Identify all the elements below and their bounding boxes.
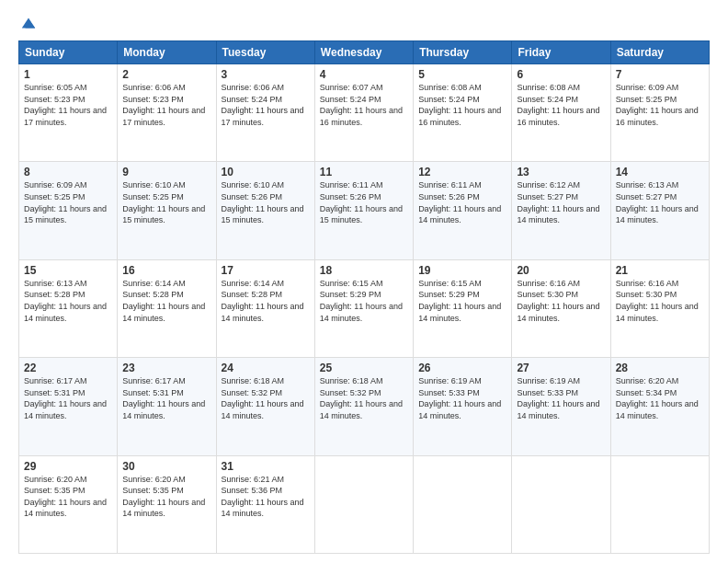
header	[18, 15, 710, 31]
day-number: 4	[320, 68, 408, 81]
day-detail: Sunrise: 6:06 AMSunset: 5:23 PMDaylight:…	[122, 83, 205, 127]
calendar-cell: 28 Sunrise: 6:20 AMSunset: 5:34 PMDaylig…	[610, 358, 709, 455]
calendar-week-row: 29 Sunrise: 6:20 AMSunset: 5:35 PMDaylig…	[19, 455, 710, 553]
calendar-cell: 24 Sunrise: 6:18 AMSunset: 5:32 PMDaylig…	[216, 358, 314, 455]
day-detail: Sunrise: 6:20 AMSunset: 5:35 PMDaylight:…	[122, 475, 205, 519]
day-detail: Sunrise: 6:08 AMSunset: 5:24 PMDaylight:…	[517, 83, 599, 127]
day-header: Sunday	[19, 41, 118, 64]
day-number: 24	[222, 362, 310, 374]
logo-icon	[20, 15, 37, 31]
calendar-cell: 23 Sunrise: 6:17 AMSunset: 5:31 PMDaylig…	[118, 358, 216, 455]
day-detail: Sunrise: 6:16 AMSunset: 5:30 PMDaylight:…	[517, 279, 599, 323]
day-detail: Sunrise: 6:16 AMSunset: 5:30 PMDaylight:…	[616, 279, 699, 323]
day-detail: Sunrise: 6:13 AMSunset: 5:28 PMDaylight:…	[24, 279, 107, 323]
calendar-cell: 13 Sunrise: 6:12 AMSunset: 5:27 PMDaylig…	[512, 162, 610, 259]
day-number: 16	[122, 264, 210, 277]
calendar-body: 1 Sunrise: 6:05 AMSunset: 5:23 PMDayligh…	[19, 64, 710, 554]
day-number: 30	[122, 460, 210, 473]
day-detail: Sunrise: 6:12 AMSunset: 5:27 PMDaylight:…	[517, 180, 599, 224]
day-number: 27	[517, 362, 605, 374]
logo	[18, 15, 37, 31]
day-number: 15	[24, 264, 112, 277]
calendar-cell: 22 Sunrise: 6:17 AMSunset: 5:31 PMDaylig…	[19, 358, 118, 455]
day-detail: Sunrise: 6:21 AMSunset: 5:36 PMDaylight:…	[222, 475, 304, 519]
calendar-cell	[610, 455, 709, 553]
calendar-cell: 14 Sunrise: 6:13 AMSunset: 5:27 PMDaylig…	[610, 162, 709, 259]
day-header: Saturday	[610, 41, 709, 64]
day-number: 17	[222, 264, 310, 277]
day-detail: Sunrise: 6:17 AMSunset: 5:31 PMDaylight:…	[24, 376, 107, 420]
day-detail: Sunrise: 6:13 AMSunset: 5:27 PMDaylight:…	[616, 180, 699, 224]
day-number: 1	[24, 68, 112, 81]
calendar-cell: 11 Sunrise: 6:11 AMSunset: 5:26 PMDaylig…	[314, 162, 413, 259]
day-number: 5	[418, 68, 506, 81]
day-detail: Sunrise: 6:10 AMSunset: 5:25 PMDaylight:…	[122, 180, 205, 224]
day-number: 28	[616, 362, 704, 374]
calendar-cell: 21 Sunrise: 6:16 AMSunset: 5:30 PMDaylig…	[610, 259, 709, 357]
day-detail: Sunrise: 6:18 AMSunset: 5:32 PMDaylight:…	[222, 376, 304, 420]
day-detail: Sunrise: 6:11 AMSunset: 5:26 PMDaylight:…	[418, 180, 501, 224]
day-detail: Sunrise: 6:15 AMSunset: 5:29 PMDaylight:…	[418, 279, 501, 323]
calendar-cell: 27 Sunrise: 6:19 AMSunset: 5:33 PMDaylig…	[512, 358, 610, 455]
day-number: 25	[320, 362, 408, 374]
calendar-cell: 6 Sunrise: 6:08 AMSunset: 5:24 PMDayligh…	[512, 64, 610, 162]
day-number: 31	[222, 460, 310, 473]
day-detail: Sunrise: 6:17 AMSunset: 5:31 PMDaylight:…	[122, 376, 205, 420]
day-number: 23	[122, 362, 210, 374]
calendar-cell: 30 Sunrise: 6:20 AMSunset: 5:35 PMDaylig…	[118, 455, 216, 553]
day-header: Thursday	[414, 41, 512, 64]
day-number: 26	[418, 362, 506, 374]
calendar-cell: 15 Sunrise: 6:13 AMSunset: 5:28 PMDaylig…	[19, 259, 118, 357]
calendar-cell: 20 Sunrise: 6:16 AMSunset: 5:30 PMDaylig…	[512, 259, 610, 357]
calendar-cell: 2 Sunrise: 6:06 AMSunset: 5:23 PMDayligh…	[118, 64, 216, 162]
day-number: 14	[616, 166, 704, 178]
calendar-week-row: 22 Sunrise: 6:17 AMSunset: 5:31 PMDaylig…	[19, 358, 710, 455]
calendar-cell: 1 Sunrise: 6:05 AMSunset: 5:23 PMDayligh…	[19, 64, 118, 162]
page: SundayMondayTuesdayWednesdayThursdayFrid…	[0, 0, 728, 563]
day-number: 22	[24, 362, 112, 374]
day-number: 11	[320, 166, 408, 178]
day-header: Monday	[118, 41, 216, 64]
calendar-cell: 26 Sunrise: 6:19 AMSunset: 5:33 PMDaylig…	[414, 358, 512, 455]
calendar-cell: 5 Sunrise: 6:08 AMSunset: 5:24 PMDayligh…	[414, 64, 512, 162]
day-number: 20	[517, 264, 605, 277]
calendar-cell: 7 Sunrise: 6:09 AMSunset: 5:25 PMDayligh…	[610, 64, 709, 162]
calendar-week-row: 15 Sunrise: 6:13 AMSunset: 5:28 PMDaylig…	[19, 259, 710, 357]
day-number: 19	[418, 264, 506, 277]
calendar-week-row: 1 Sunrise: 6:05 AMSunset: 5:23 PMDayligh…	[19, 64, 710, 162]
day-number: 8	[24, 166, 112, 178]
day-detail: Sunrise: 6:14 AMSunset: 5:28 PMDaylight:…	[122, 279, 205, 323]
calendar-cell: 10 Sunrise: 6:10 AMSunset: 5:26 PMDaylig…	[216, 162, 314, 259]
day-detail: Sunrise: 6:05 AMSunset: 5:23 PMDaylight:…	[24, 83, 107, 127]
calendar-cell: 3 Sunrise: 6:06 AMSunset: 5:24 PMDayligh…	[216, 64, 314, 162]
day-header: Tuesday	[216, 41, 314, 64]
calendar-cell	[414, 455, 512, 553]
day-detail: Sunrise: 6:11 AMSunset: 5:26 PMDaylight:…	[320, 180, 403, 224]
day-detail: Sunrise: 6:10 AMSunset: 5:26 PMDaylight:…	[222, 180, 304, 224]
day-number: 13	[517, 166, 605, 178]
day-header: Wednesday	[314, 41, 413, 64]
calendar-week-row: 8 Sunrise: 6:09 AMSunset: 5:25 PMDayligh…	[19, 162, 710, 259]
day-number: 9	[122, 166, 210, 178]
day-number: 7	[616, 68, 704, 81]
day-detail: Sunrise: 6:15 AMSunset: 5:29 PMDaylight:…	[320, 279, 403, 323]
calendar-cell: 31 Sunrise: 6:21 AMSunset: 5:36 PMDaylig…	[216, 455, 314, 553]
day-detail: Sunrise: 6:09 AMSunset: 5:25 PMDaylight:…	[616, 83, 699, 127]
day-number: 12	[418, 166, 506, 178]
day-detail: Sunrise: 6:06 AMSunset: 5:24 PMDaylight:…	[222, 83, 304, 127]
calendar-cell: 8 Sunrise: 6:09 AMSunset: 5:25 PMDayligh…	[19, 162, 118, 259]
day-number: 18	[320, 264, 408, 277]
calendar-cell: 19 Sunrise: 6:15 AMSunset: 5:29 PMDaylig…	[414, 259, 512, 357]
day-detail: Sunrise: 6:19 AMSunset: 5:33 PMDaylight:…	[517, 376, 599, 420]
day-detail: Sunrise: 6:09 AMSunset: 5:25 PMDaylight:…	[24, 180, 107, 224]
day-number: 21	[616, 264, 704, 277]
day-number: 29	[24, 460, 112, 473]
calendar-header-row: SundayMondayTuesdayWednesdayThursdayFrid…	[19, 41, 710, 64]
day-number: 2	[122, 68, 210, 81]
calendar-cell: 17 Sunrise: 6:14 AMSunset: 5:28 PMDaylig…	[216, 259, 314, 357]
day-number: 3	[222, 68, 310, 81]
day-detail: Sunrise: 6:07 AMSunset: 5:24 PMDaylight:…	[320, 83, 403, 127]
day-header: Friday	[512, 41, 610, 64]
calendar-cell: 12 Sunrise: 6:11 AMSunset: 5:26 PMDaylig…	[414, 162, 512, 259]
day-detail: Sunrise: 6:19 AMSunset: 5:33 PMDaylight:…	[418, 376, 501, 420]
